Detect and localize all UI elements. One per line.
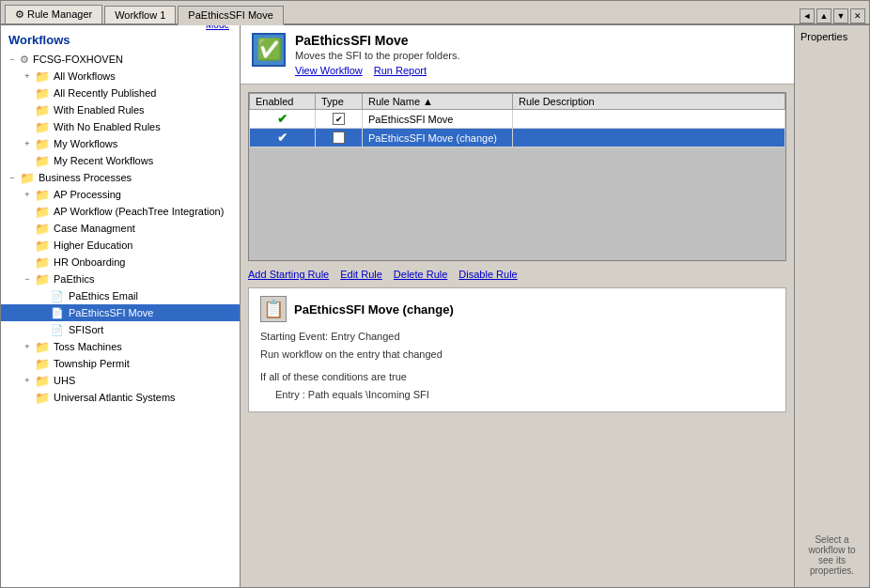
expand-icon — [20, 255, 35, 270]
col-rule-name[interactable]: Rule Name ▲ — [363, 94, 513, 110]
condition-header-text: If all of these conditions are true — [260, 368, 774, 386]
nav-back-button[interactable]: ◄ — [800, 8, 815, 23]
run-report-link[interactable]: Run Report — [374, 65, 427, 76]
expand-icon — [20, 221, 35, 236]
header-links: View Workflow Run Report — [295, 65, 459, 76]
content-area: Enabled Type Rule Name ▲ Rule Descriptio… — [241, 85, 794, 587]
sidebar-header: Workflows — [1, 29, 240, 51]
disable-rule-link[interactable]: Disable Rule — [458, 269, 517, 280]
right-panel: ✅ PaEthicsSFI Move Moves the SFI to the … — [241, 25, 794, 587]
tab-rule-manager[interactable]: ⚙ Rule Manager — [5, 5, 102, 23]
sidebar-item-paethics[interactable]: − 📁 PaEthics — [1, 271, 240, 287]
delete-rule-link[interactable]: Delete Rule — [394, 269, 447, 280]
type-icon: ✔ — [333, 132, 345, 144]
expand-icon — [20, 204, 35, 219]
col-type[interactable]: Type — [316, 94, 363, 110]
condition-text: Entry : Path equals \Incoming SFI — [275, 386, 774, 404]
col-enabled[interactable]: Enabled — [250, 94, 316, 110]
rule-detail: 📋 PaEthicsSFI Move (change) Starting Eve… — [248, 287, 786, 412]
expand-icon — [20, 153, 35, 168]
edit-rule-link[interactable]: Edit Rule — [340, 269, 382, 280]
sidebar-item-hr-onboarding[interactable]: 📁 HR Onboarding — [1, 254, 240, 271]
folder-icon: 📁 — [35, 392, 50, 403]
expand-icon — [20, 356, 35, 371]
workflow-description: Moves the SFI to the proper folders. — [295, 50, 459, 61]
enabled-check: ✔ — [277, 131, 287, 145]
expand-icon — [20, 85, 35, 101]
folder-icon: 📁 — [35, 341, 50, 352]
sidebar-item-ap-workflow[interactable]: 📁 AP Workflow (PeachTree Integration) — [1, 203, 240, 220]
expand-icon — [35, 305, 50, 320]
sidebar-item-case-managment[interactable]: 📁 Case Managment — [1, 220, 240, 237]
sidebar-item-business-processes[interactable]: − 📁 Business Processes — [1, 169, 240, 186]
folder-icon: 📁 — [35, 189, 50, 200]
expand-icon: − — [5, 170, 20, 185]
nav-up-button[interactable]: ▲ — [816, 8, 831, 23]
close-button[interactable]: ✕ — [850, 8, 865, 23]
sidebar-item-uhs[interactable]: + 📁 UHS — [1, 372, 240, 389]
expand-icon: + — [20, 69, 35, 84]
expand-icon — [35, 322, 50, 337]
properties-select-text: Select a workflow to see its properties. — [799, 527, 865, 583]
expand-icon — [35, 288, 50, 303]
sidebar-item-recently-published[interactable]: 📁 All Recently Published — [1, 85, 240, 101]
nav-down-button[interactable]: ▼ — [833, 8, 848, 23]
sidebar-item-all-workflows[interactable]: + 📁 All Workflows — [1, 68, 240, 85]
properties-panel: Properties Select a workflow to see its … — [794, 25, 869, 587]
folder-icon: 📁 — [35, 70, 50, 82]
sidebar-item-with-enabled-rules[interactable]: 📁 With Enabled Rules — [1, 101, 240, 118]
expand-icon — [20, 238, 35, 253]
add-starting-rule-link[interactable]: Add Starting Rule — [248, 269, 329, 280]
expand-icon — [20, 102, 35, 117]
tab-paethicssfi-move[interactable]: PaEthicsSFI Move — [178, 6, 283, 25]
folder-icon: 📁 — [35, 121, 50, 132]
tab-bar: ⚙ Rule Manager Workflow 1 PaEthicsSFI Mo… — [1, 1, 869, 25]
col-rule-description[interactable]: Rule Description — [513, 94, 785, 110]
folder-icon: 📁 — [35, 87, 50, 99]
clipboard-icon: 📋 — [263, 299, 284, 319]
expand-icon: + — [20, 136, 35, 151]
folder-icon: 📁 — [35, 256, 50, 268]
sidebar-item-paethicssfi-move[interactable]: 📄 PaEthicsSFI Move — [1, 304, 240, 321]
sidebar-item-township-permit[interactable]: 📁 Township Permit — [1, 355, 240, 372]
rule-manager-icon: ⚙ — [15, 8, 24, 20]
sidebar-item-universal-atlantic[interactable]: 📁 Universal Atlantic Systems — [1, 389, 240, 406]
tab-workflow1[interactable]: Workflow 1 — [104, 6, 176, 23]
rule-description-cell — [513, 110, 785, 129]
expand-icon — [20, 390, 35, 405]
folder-icon: 📁 — [35, 104, 50, 116]
rule-name-cell: PaEthicsSFI Move — [363, 110, 513, 129]
table-row[interactable]: ✔ ✔ PaEthicsSFI Move — [250, 110, 785, 129]
tab-controls: ◄ ▲ ▼ ✕ — [800, 8, 865, 23]
sidebar-item-toss-machines[interactable]: + 📁 Toss Machines — [1, 338, 240, 355]
folder-icon: 📁 — [35, 273, 50, 285]
sidebar-item-paethics-email[interactable]: 📄 PaEthics Email — [1, 287, 240, 304]
folder-icon: 📁 — [35, 223, 50, 234]
doc-icon: 📄 — [50, 290, 65, 302]
sidebar-item-my-workflows[interactable]: + 📁 My Workflows — [1, 135, 240, 152]
rules-table-wrapper: Enabled Type Rule Name ▲ Rule Descriptio… — [248, 92, 786, 261]
view-workflow-link[interactable]: View Workflow — [295, 65, 363, 76]
rule-name-cell: PaEthicsSFI Move (change) — [363, 129, 513, 147]
expand-icon: − — [5, 52, 20, 67]
rule-detail-icon: 📋 — [260, 296, 287, 322]
folder-icon: 📁 — [35, 155, 50, 166]
expand-icon: − — [20, 271, 35, 286]
sidebar-item-higher-education[interactable]: 📁 Higher Education — [1, 237, 240, 254]
table-empty-area — [249, 147, 785, 260]
sidebar-item-recent-workflows[interactable]: 📁 My Recent Workflows — [1, 152, 240, 169]
sidebar-item-no-enabled-rules[interactable]: 📁 With No Enabled Rules — [1, 118, 240, 135]
folder-icon: 📁 — [35, 375, 50, 386]
sidebar-item-ap-processing[interactable]: + 📁 AP Processing — [1, 186, 240, 203]
table-row[interactable]: ✔ ✔ PaEthicsSFI Move (change) — [250, 129, 785, 147]
rules-table: Enabled Type Rule Name ▲ Rule Descriptio… — [249, 93, 785, 147]
expand-icon — [20, 119, 35, 134]
sidebar-root-item[interactable]: − ⚙ FCSG-FOXHOVEN — [1, 51, 240, 68]
rule-detail-body: Starting Event: Entry Changed Run workfl… — [260, 328, 774, 404]
doc-icon: 📄 — [50, 324, 65, 335]
rule-description-cell — [513, 129, 785, 147]
sidebar: Workflows − ⚙ FCSG-FOXHOVEN + 📁 All Work… — [1, 25, 241, 587]
properties-label: Properties — [799, 29, 865, 44]
doc-icon: 📄 — [50, 307, 65, 318]
sidebar-item-sfisort[interactable]: 📄 SFISort — [1, 321, 240, 338]
